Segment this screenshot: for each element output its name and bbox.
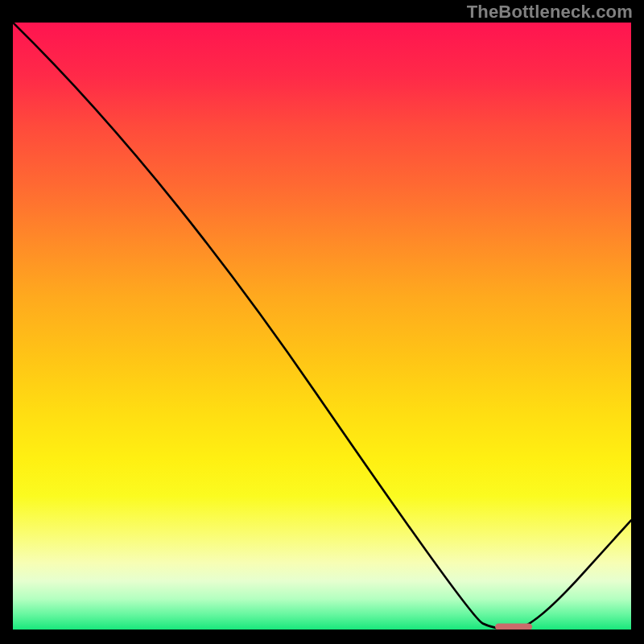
curve-layer [13,23,631,630]
plot-area [13,23,631,630]
watermark-text: TheBottleneck.com [467,2,633,23]
chart-frame: TheBottleneck.com [0,0,644,644]
optimal-zone-marker [495,623,532,630]
bottleneck-curve [13,23,631,630]
